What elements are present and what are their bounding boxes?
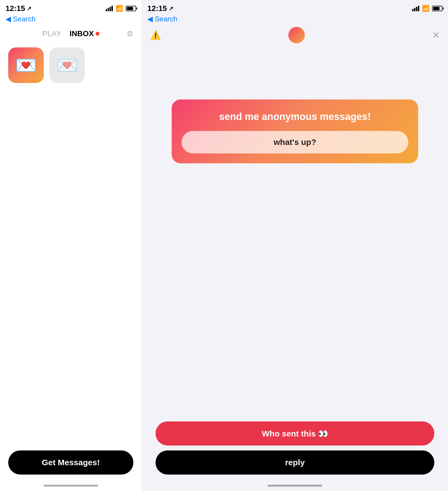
app-icon-inactive[interactable]: 💌 bbox=[49, 47, 85, 83]
app-icon-inactive-emoji: 💌 bbox=[56, 55, 78, 76]
right-panel: 12:15 ↗ 📶 ◀ Search ⚠️ ✕ send me anon bbox=[142, 0, 448, 491]
left-nav-bar: PLAY INBOX ⚙ bbox=[0, 25, 142, 42]
right-time: 12:15 ↗ bbox=[147, 4, 173, 13]
left-search-back-text: ◀ Search bbox=[5, 15, 36, 23]
left-battery-icon bbox=[126, 6, 136, 11]
left-search-back[interactable]: ◀ Search bbox=[0, 14, 142, 25]
anonymous-card: send me anonymous messages! what's up? bbox=[172, 99, 418, 163]
right-battery-icon bbox=[432, 6, 443, 11]
app-icon-grid: 💌 💌 bbox=[0, 42, 142, 89]
left-time-text: 12:15 bbox=[5, 4, 25, 13]
left-status-bar: 12:15 ↗ 📶 bbox=[0, 0, 142, 14]
get-messages-button[interactable]: Get Messages! bbox=[8, 450, 133, 475]
anon-card-title: send me anonymous messages! bbox=[219, 110, 371, 123]
anon-message-bubble: what's up? bbox=[182, 131, 408, 153]
right-home-indicator bbox=[268, 485, 322, 487]
left-location-icon: ↗ bbox=[27, 5, 31, 12]
right-signal-icon bbox=[412, 6, 419, 11]
who-sent-label: Who sent this 👀 bbox=[262, 429, 328, 438]
right-wifi-icon: 📶 bbox=[422, 5, 429, 12]
nav-inbox-label: INBOX bbox=[70, 29, 94, 38]
anon-message-text: what's up? bbox=[274, 138, 316, 147]
left-wifi-icon: 📶 bbox=[116, 5, 123, 12]
left-panel: 12:15 ↗ 📶 ◀ Search PLAY INBOX ⚙ bbox=[0, 0, 142, 491]
left-signal-icon bbox=[106, 6, 113, 11]
nav-inbox-dot bbox=[96, 32, 99, 36]
nav-inbox-tab[interactable]: INBOX bbox=[70, 29, 99, 38]
get-messages-label: Get Messages! bbox=[42, 458, 100, 467]
right-location-icon: ↗ bbox=[169, 5, 173, 12]
who-sent-button[interactable]: Who sent this 👀 bbox=[156, 421, 434, 446]
right-status-icons: 📶 bbox=[412, 5, 443, 12]
left-time: 12:15 ↗ bbox=[5, 4, 31, 13]
warning-icon[interactable]: ⚠️ bbox=[150, 30, 161, 40]
nav-play-tab[interactable]: PLAY bbox=[42, 29, 61, 38]
close-icon[interactable]: ✕ bbox=[432, 30, 440, 41]
gear-icon[interactable]: ⚙ bbox=[127, 29, 133, 38]
reply-label: reply bbox=[285, 458, 305, 467]
app-icon-active-emoji: 💌 bbox=[15, 55, 37, 76]
right-search-back-text: ◀ Search bbox=[147, 15, 177, 23]
right-status-bar: 12:15 ↗ 📶 bbox=[142, 0, 448, 14]
right-bottom-buttons: Who sent this 👀 reply bbox=[156, 421, 434, 475]
right-time-text: 12:15 bbox=[147, 4, 167, 13]
avatar bbox=[288, 27, 305, 43]
left-status-icons: 📶 bbox=[106, 5, 136, 12]
app-icon-active[interactable]: 💌 bbox=[8, 47, 44, 83]
reply-button[interactable]: reply bbox=[156, 450, 434, 475]
right-nav-bar: ⚠️ ✕ bbox=[142, 25, 448, 45]
right-search-back[interactable]: ◀ Search bbox=[142, 14, 448, 25]
left-home-indicator bbox=[44, 485, 98, 487]
